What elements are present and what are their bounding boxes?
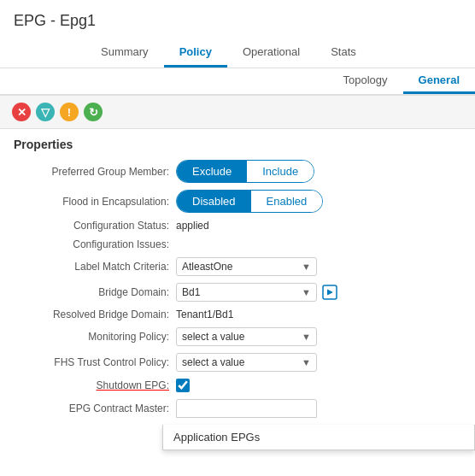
resolved-bridge-domain-row: Resolved Bridge Domain: Tenant1/Bd1	[14, 309, 461, 320]
fhs-trust-control-policy-label: FHS Trust Control Policy:	[14, 356, 176, 368]
icon-x[interactable]: ✕	[12, 103, 31, 121]
icon-v[interactable]: ▽	[36, 103, 55, 121]
icon-refresh[interactable]: ↻	[84, 103, 103, 121]
epg-contract-master-input[interactable]	[182, 403, 311, 414]
configuration-status-label: Configuration Status:	[14, 220, 176, 232]
resolved-bridge-domain-value: Tenant1/Bd1	[176, 309, 233, 320]
configuration-status-value: applied	[176, 220, 209, 232]
epg-contract-master-row: EPG Contract Master:	[14, 399, 461, 418]
section-title: Properties	[14, 138, 461, 151]
shutdown-epg-checkbox[interactable]	[176, 379, 190, 392]
tab-policy[interactable]: Policy	[164, 38, 227, 68]
shutdown-epg-checkbox-wrap[interactable]	[176, 379, 190, 392]
epg-contract-master-label: EPG Contract Master:	[14, 403, 176, 414]
monitoring-policy-input[interactable]: select a value	[182, 331, 298, 343]
monitoring-policy-label: Monitoring Policy:	[14, 331, 176, 343]
bridge-domain-row: Bridge Domain: Bd1 ▼	[14, 283, 461, 302]
fhs-trust-control-arrow-icon: ▼	[302, 357, 311, 367]
bridge-domain-group: Bd1 ▼	[176, 283, 337, 302]
configuration-issues-label: Configuration Issues:	[14, 238, 176, 250]
configuration-issues-row: Configuration Issues:	[14, 238, 461, 250]
tab-summary[interactable]: Summary	[85, 38, 164, 68]
sub-tab-topology[interactable]: Topology	[328, 68, 403, 94]
main-tabs: Summary Policy Operational Stats	[0, 38, 475, 68]
include-button[interactable]: Include	[247, 161, 314, 182]
preferred-group-member-toggle[interactable]: Exclude Include	[176, 160, 314, 183]
bridge-domain-nav-icon[interactable]	[322, 285, 337, 300]
bridge-domain-select[interactable]: Bd1 ▼	[176, 283, 317, 302]
shutdown-epg-label: Shutdown EPG:	[14, 379, 176, 391]
label-match-criteria-label: Label Match Criteria:	[14, 261, 176, 273]
shutdown-epg-row: Shutdown EPG:	[14, 379, 461, 392]
monitoring-policy-arrow-icon: ▼	[302, 332, 311, 342]
label-match-criteria-select[interactable]: AtleastOne ▼	[176, 257, 317, 276]
flood-in-encapsulation-row: Flood in Encapsulation: Disabled Enabled	[14, 190, 461, 213]
configuration-status-row: Configuration Status: applied	[14, 220, 461, 232]
epg-contract-master-dropdown: Application EPGs	[162, 425, 475, 450]
flood-in-encapsulation-toggle[interactable]: Disabled Enabled	[176, 190, 323, 213]
tab-stats[interactable]: Stats	[315, 38, 372, 68]
select-arrow-icon: ▼	[302, 262, 311, 272]
fhs-trust-control-policy-input[interactable]: select a value	[182, 356, 298, 368]
enabled-button[interactable]: Enabled	[251, 191, 323, 212]
disabled-button[interactable]: Disabled	[177, 191, 251, 212]
label-match-criteria-input[interactable]: AtleastOne	[182, 261, 298, 273]
sub-tab-general[interactable]: General	[403, 68, 475, 94]
exclude-button[interactable]: Exclude	[177, 161, 247, 182]
epg-contract-master-select[interactable]	[176, 399, 317, 418]
fhs-trust-control-policy-row: FHS Trust Control Policy: select a value…	[14, 353, 461, 372]
tab-operational[interactable]: Operational	[227, 38, 315, 68]
bridge-domain-arrow-icon: ▼	[302, 287, 311, 297]
resolved-bridge-domain-label: Resolved Bridge Domain:	[14, 309, 176, 320]
properties-section: Properties Preferred Group Member: Exclu…	[0, 129, 475, 418]
preferred-group-member-label: Preferred Group Member:	[14, 166, 176, 178]
bridge-domain-label: Bridge Domain:	[14, 286, 176, 298]
sub-tabs: Topology General	[0, 68, 475, 96]
monitoring-policy-row: Monitoring Policy: select a value ▼	[14, 327, 461, 346]
bridge-domain-input[interactable]: Bd1	[182, 286, 298, 298]
monitoring-policy-select[interactable]: select a value ▼	[176, 327, 317, 346]
label-match-criteria-row: Label Match Criteria: AtleastOne ▼	[14, 257, 461, 276]
fhs-trust-control-policy-select[interactable]: select a value ▼	[176, 353, 317, 372]
page-title: EPG - Epg1	[0, 0, 475, 38]
flood-in-encapsulation-label: Flood in Encapsulation:	[14, 196, 176, 208]
dropdown-item-application-epgs[interactable]: Application EPGs	[163, 425, 474, 450]
icons-row: ✕ ▽ ! ↻	[0, 96, 475, 129]
icon-warn[interactable]: !	[60, 103, 79, 121]
preferred-group-member-row: Preferred Group Member: Exclude Include	[14, 160, 461, 183]
